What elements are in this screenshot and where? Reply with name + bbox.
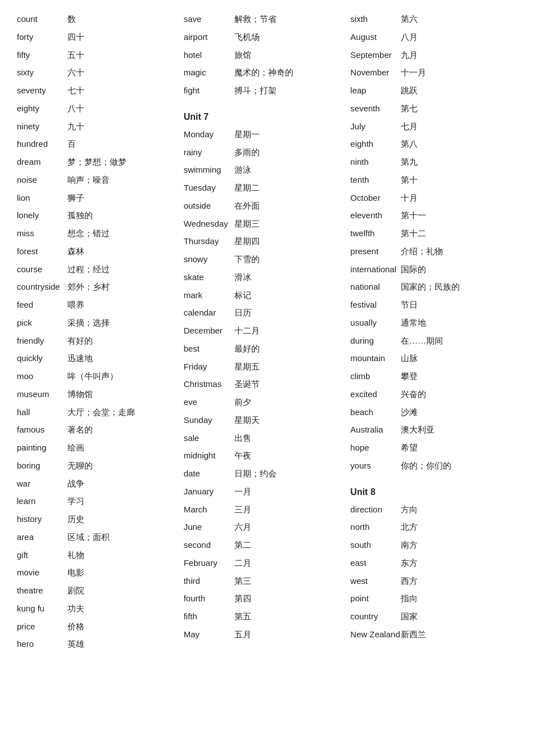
vocab-item: airport飞机场 (184, 29, 345, 45)
vocab-word: eighth (350, 136, 401, 152)
vocab-word: March (184, 502, 234, 518)
vocab-word: Friday (184, 359, 234, 375)
vocab-meaning: 第七 (401, 101, 418, 116)
vocab-meaning: 游泳 (234, 162, 251, 178)
vocab-word: eleventh (350, 208, 401, 223)
vocab-word: sale (184, 430, 234, 446)
vocab-word: sixty (17, 65, 67, 80)
vocab-meaning: 日期；约会 (234, 466, 277, 482)
vocab-item: present介绍；礼物 (350, 244, 512, 259)
vocab-meaning: 日历 (234, 305, 251, 321)
vocab-item: point指向 (350, 591, 512, 606)
vocab-word: New Zealand (350, 627, 401, 642)
vocab-item: outside在外面 (184, 198, 345, 214)
vocab-item: moo哞（牛叫声） (17, 368, 178, 384)
vocab-meaning: 十二月 (234, 323, 260, 339)
vocab-word: Sunday (184, 412, 234, 428)
vocab-word: international (350, 262, 401, 277)
vocab-item: eleventh第十一 (350, 208, 512, 223)
vocab-word: leap (350, 83, 401, 98)
vocab-item: hundred百 (17, 136, 178, 152)
vocab-word: airport (184, 29, 234, 45)
vocab-meaning: 功夫 (67, 601, 84, 616)
vocab-meaning: 在……期间 (401, 333, 443, 349)
vocab-word: yours (350, 458, 401, 474)
vocab-word: twelfth (350, 226, 401, 241)
vocab-meaning: 希望 (401, 440, 418, 456)
vocab-word: January (184, 484, 234, 500)
vocab-meaning: 介绍；礼物 (401, 244, 443, 259)
vocab-item: leap跳跃 (350, 83, 512, 98)
vocab-word: war (17, 476, 67, 492)
vocab-meaning: 有好的 (67, 333, 93, 349)
vocab-item: New Zealand新西兰 (350, 627, 512, 642)
vocab-meaning: 山脉 (401, 350, 418, 366)
vocab-word: ninth (350, 154, 401, 170)
vocab-meaning: 数 (67, 11, 76, 27)
vocab-word: swimming (184, 162, 234, 178)
vocab-word: outside (184, 198, 234, 214)
vocab-word: magic (184, 65, 234, 80)
vocab-meaning: 澳大利亚 (401, 422, 435, 438)
vocab-item: feed喂养 (17, 297, 178, 313)
vocab-meaning: 滑冰 (234, 269, 251, 285)
vocab-word: fifty (17, 47, 67, 63)
vocab-meaning: 森林 (67, 244, 84, 259)
vocab-meaning: 第八 (401, 136, 418, 152)
vocab-word: date (184, 466, 234, 482)
vocab-word: eve (184, 394, 234, 410)
vocab-item: museum博物馆 (17, 386, 178, 402)
vocab-item: ninety九十 (17, 119, 178, 134)
vocab-meaning: 第十二 (401, 226, 426, 241)
vocab-item: friendly有好的 (17, 333, 178, 349)
vocab-item: snowy下雪的 (184, 251, 345, 267)
vocab-item: painting绘画 (17, 440, 178, 456)
vocab-word: gift (17, 547, 67, 563)
vocab-meaning: 哞（牛叫声） (67, 368, 118, 384)
vocab-item: lion狮子 (17, 190, 178, 206)
vocab-word: quickly (17, 350, 67, 366)
vocab-word: national (350, 279, 401, 295)
vocab-word: third (184, 573, 234, 589)
vocab-meaning: 下雪的 (234, 251, 260, 267)
vocab-word: course (17, 262, 67, 277)
vocab-item: count数 (17, 11, 178, 27)
vocab-meaning: 郊外；乡村 (67, 279, 110, 295)
vocab-meaning: 节日 (401, 297, 418, 313)
vocab-item: seventy七十 (17, 83, 178, 98)
vocab-item: fifth第五 (184, 609, 345, 624)
vocab-meaning: 飞机场 (234, 29, 260, 45)
vocab-word: forty (17, 29, 67, 45)
vocab-word: February (184, 555, 234, 571)
vocab-meaning: 博物馆 (67, 386, 93, 402)
vocab-meaning: 星期三 (234, 216, 260, 232)
vocab-meaning: 著名的 (67, 422, 93, 438)
vocab-meaning: 西方 (401, 573, 418, 589)
vocab-word: climb (350, 368, 401, 384)
vocab-item: sale出售 (184, 430, 345, 446)
vocab-word: kung fu (17, 601, 67, 616)
unit-header: Unit 7 (184, 112, 345, 122)
vocab-word: sixth (350, 11, 401, 27)
vocab-item: fight搏斗；打架 (184, 83, 345, 98)
vocab-item: sixty六十 (17, 65, 178, 80)
vocab-word: excited (350, 386, 401, 402)
vocab-meaning: 在外面 (234, 198, 260, 214)
vocab-item: gift礼物 (17, 547, 178, 563)
vocab-meaning: 一月 (234, 484, 251, 500)
vocab-meaning: 跳跃 (401, 83, 418, 98)
vocab-item: festival节日 (350, 297, 512, 313)
vocab-meaning: 兴奋的 (401, 386, 426, 402)
vocab-meaning: 区域；面积 (67, 529, 110, 545)
vocab-word: skate (184, 269, 234, 285)
vocab-meaning: 你的；你们的 (401, 458, 451, 474)
vocab-word: miss (17, 226, 67, 241)
vocab-meaning: 绘画 (67, 440, 84, 456)
vocab-item: June六月 (184, 519, 345, 535)
vocab-meaning: 七十 (67, 83, 84, 98)
spacer (184, 101, 345, 105)
vocab-word: museum (17, 386, 67, 402)
vocab-item: hope希望 (350, 440, 512, 456)
vocab-item: lonely孤独的 (17, 208, 178, 223)
vocab-item: fifty五十 (17, 47, 178, 63)
